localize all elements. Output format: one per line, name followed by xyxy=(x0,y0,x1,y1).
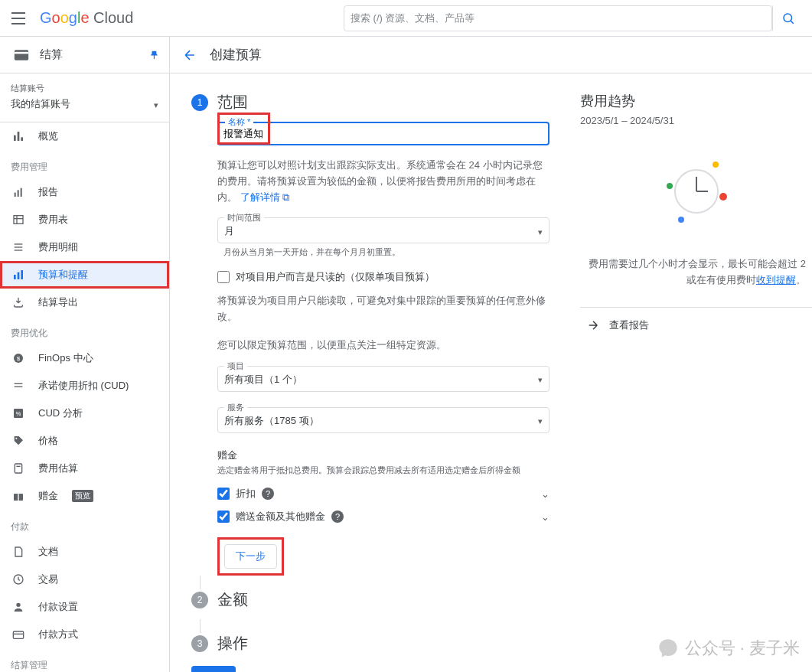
sidebar-item-pay-settings[interactable]: 付款设置 xyxy=(0,593,169,621)
project-field[interactable]: 项目 所有项目（1 个） xyxy=(217,366,549,392)
svg-rect-5 xyxy=(18,132,20,141)
search-input[interactable]: 搜索 (/) 资源、文档、产品等 xyxy=(344,5,772,31)
breakdown-icon xyxy=(11,240,26,255)
sidebar-item-budgets[interactable]: 预算和提醒 xyxy=(0,261,169,289)
sidebar-item-cost-table[interactable]: 费用表 xyxy=(0,206,169,233)
svg-rect-26 xyxy=(15,464,21,473)
group-pay: 付款 xyxy=(0,510,169,538)
svg-point-38 xyxy=(667,183,673,189)
sidebar-item-pay-method[interactable]: 付款方式 xyxy=(0,621,169,648)
project-label: 项目 xyxy=(224,360,247,372)
chevron-down-icon xyxy=(538,226,543,237)
svg-rect-7 xyxy=(15,193,16,197)
svg-rect-8 xyxy=(18,190,19,197)
help-icon[interactable]: ? xyxy=(262,488,274,500)
reports-icon xyxy=(11,184,26,200)
svg-point-40 xyxy=(719,193,727,201)
external-link-icon: ⧉ xyxy=(282,191,289,203)
sidebar-item-cost-breakdown[interactable]: 费用明细 xyxy=(0,233,169,261)
readonly-checkbox[interactable] xyxy=(217,271,230,283)
search-button[interactable] xyxy=(772,5,803,31)
scope-desc: 您可以限定预算范围，以便重点关注一组特定资源。 xyxy=(217,338,549,354)
other-credits-checkbox[interactable] xyxy=(217,511,230,523)
export-icon xyxy=(11,295,26,310)
watermark: 公众号 · 麦子米 xyxy=(657,637,800,660)
sidebar-item-credits[interactable]: 赠金 预览 xyxy=(0,482,169,510)
discount-label: 折扣 xyxy=(236,487,256,501)
next-button[interactable]: 下一步 xyxy=(224,544,277,569)
svg-rect-18 xyxy=(21,270,23,279)
user-icon xyxy=(11,599,26,615)
top-header: Google Cloud 搜索 (/) 资源、文档、产品等 xyxy=(0,0,812,37)
svg-rect-6 xyxy=(21,137,23,141)
sidebar-item-overview[interactable]: 概览 xyxy=(0,122,169,150)
hamburger-menu-icon[interactable] xyxy=(9,9,28,28)
time-range-field[interactable]: 时间范围 月 xyxy=(217,217,549,243)
name-field[interactable]: 名称 * xyxy=(217,122,549,145)
overview-icon xyxy=(11,129,26,144)
step-2-header[interactable]: 2 金额 xyxy=(191,589,549,610)
calculator-icon xyxy=(11,461,26,476)
group-optimize: 费用优化 xyxy=(0,316,169,344)
svg-rect-2 xyxy=(15,50,28,60)
svg-point-32 xyxy=(16,603,20,607)
done-button[interactable]: 完成 xyxy=(191,666,236,672)
learn-more-link[interactable]: 了解详情 xyxy=(240,191,280,203)
cost-trend-panel: 费用趋势 2023/5/1 – 2024/5/31 费用需要过几个小时才会显示，… xyxy=(580,92,812,654)
sidebar-item-estimate[interactable]: 费用估算 xyxy=(0,455,169,482)
step-1-header: 1 范围 xyxy=(191,92,549,113)
trend-text: 费用需要过几个小时才会显示，最长可能会超过 2 或在有使用费时收到提醒。 xyxy=(580,256,812,289)
card-icon xyxy=(11,627,26,642)
sidebar-item-reports[interactable]: 报告 xyxy=(0,178,169,206)
finops-icon: $ xyxy=(11,351,26,366)
svg-rect-3 xyxy=(15,51,28,54)
sidebar-item-cud-analysis[interactable]: % CUD 分析 xyxy=(0,400,169,427)
cud-icon xyxy=(11,378,26,393)
tag-icon xyxy=(11,433,26,449)
sidebar-item-docs[interactable]: 文档 xyxy=(0,538,169,566)
sidebar-item-transactions[interactable]: 交易 xyxy=(0,566,169,593)
svg-rect-17 xyxy=(18,272,20,279)
other-credits-row: 赠送金额及其他赠金 ? ⌄ xyxy=(217,505,549,528)
step-3-header[interactable]: 3 操作 xyxy=(191,633,549,654)
help-icon[interactable]: ? xyxy=(331,511,344,523)
content-header: 创建预算 xyxy=(170,37,812,73)
step-number-1: 1 xyxy=(191,94,208,111)
alert-link[interactable]: 收到提醒 xyxy=(756,274,796,285)
svg-point-0 xyxy=(784,14,792,22)
other-credits-label: 赠送金额及其他赠金 xyxy=(236,510,325,524)
time-range-label: 时间范围 xyxy=(224,212,264,223)
google-cloud-logo[interactable]: Google Cloud xyxy=(40,9,133,27)
sidebar-item-pricing[interactable]: 价格 xyxy=(0,427,169,455)
group-cost-mgmt: 费用管理 xyxy=(0,150,169,178)
trend-title: 费用趋势 xyxy=(580,92,812,110)
sidebar-item-finops[interactable]: $ FinOps 中心 xyxy=(0,344,169,372)
expand-icon[interactable]: ⌄ xyxy=(541,511,549,523)
step-2-title: 金额 xyxy=(217,589,248,610)
sidebar-item-cud[interactable]: 承诺使用折扣 (CUD) xyxy=(0,372,169,400)
sidebar-item-export[interactable]: 结算导出 xyxy=(0,289,169,316)
step-number-2: 2 xyxy=(191,592,208,608)
group-manage: 结算管理 xyxy=(0,648,169,672)
service-field[interactable]: 服务 所有服务（1785 项） xyxy=(217,407,549,433)
step-number-3: 3 xyxy=(191,635,208,652)
main-content: 创建预算 1 范围 名称 * 预算让您可以对照计划支出跟踪实际支出。系统通常会在… xyxy=(170,37,812,672)
gift-icon xyxy=(11,488,26,504)
svg-point-25 xyxy=(15,438,17,439)
view-report-link[interactable]: 查看报告 xyxy=(580,307,812,343)
discount-checkbox[interactable] xyxy=(217,488,230,500)
chevron-down-icon xyxy=(538,374,543,385)
expand-icon[interactable]: ⌄ xyxy=(541,488,549,500)
billing-account-selector[interactable]: 结算账号 我的结算账号 xyxy=(0,73,169,122)
name-input[interactable] xyxy=(223,125,543,142)
percent-icon: % xyxy=(11,406,26,421)
back-arrow-icon[interactable] xyxy=(182,47,197,63)
svg-point-41 xyxy=(678,217,684,223)
description-text: 预算让您可以对照计划支出跟踪实际支出。系统通常会在 24 小时内记录您的费用。请… xyxy=(217,158,549,205)
svg-rect-33 xyxy=(13,631,23,638)
pin-icon[interactable] xyxy=(149,50,160,60)
step-1-title: 范围 xyxy=(217,92,248,113)
chevron-down-icon xyxy=(538,415,543,426)
time-range-value: 月 xyxy=(224,224,234,238)
service-label: 服务 xyxy=(224,402,247,413)
